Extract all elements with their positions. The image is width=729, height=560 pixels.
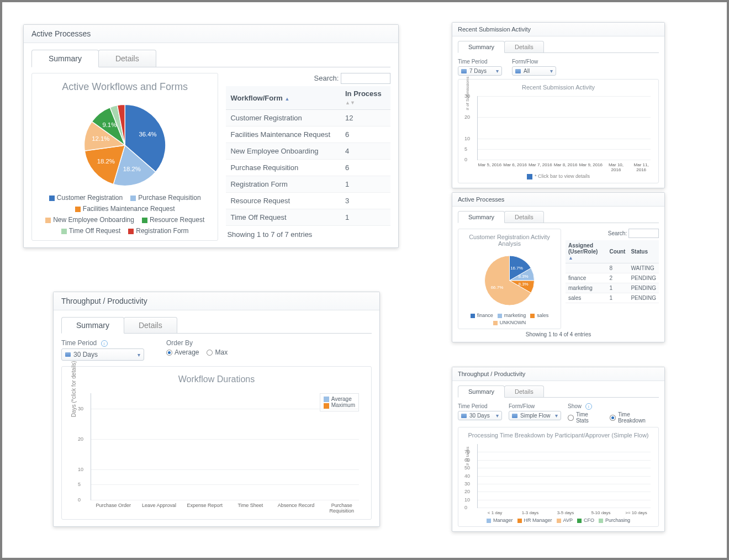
- xticks: Mar 5, 2016Mar 6, 2016Mar 7, 2016Mar 8, …: [463, 162, 654, 172]
- search-input[interactable]: [628, 229, 659, 238]
- bar-chart[interactable]: # of Submissions 05102030: [463, 94, 654, 160]
- stage: Active Processes Summary Details Active …: [0, 0, 729, 560]
- time-period-label: Time Period: [458, 403, 502, 409]
- radio-off-icon: [207, 350, 213, 356]
- table-row[interactable]: Registration Form1: [226, 176, 390, 193]
- entries-info: Showing 1 to 4 of 4 entries: [458, 329, 659, 337]
- footnote-swatch-icon: [527, 174, 532, 179]
- panel-title: Throughput / Productivity: [452, 367, 664, 381]
- col-inprocess[interactable]: In Process ▲▼: [341, 86, 390, 110]
- footnote: * Click bar to view details: [535, 173, 590, 179]
- bar-card: Processing Time Breakdown by Participant…: [458, 427, 659, 527]
- table-row[interactable]: 8WAITING: [566, 263, 659, 273]
- pie-chart[interactable]: 36.4%18.2%18.2%12.1%9.1%: [39, 98, 211, 192]
- pie-legend: Customer RegistrationPurchase Requisitio…: [39, 194, 211, 235]
- table-row[interactable]: marketing1PENDING: [566, 283, 659, 293]
- col-workflow[interactable]: Workflow/Form ▲: [226, 86, 341, 110]
- data-table: Assigned (User/Role) ▲ Count Status 8WAI…: [566, 240, 659, 303]
- sort-asc-icon: ▲: [568, 255, 573, 261]
- orderby-label: Order By: [166, 339, 228, 347]
- xticks: < 1 day1-3 days3-5 days5-10 days>= 10 da…: [463, 510, 654, 515]
- pie-chart[interactable]: 16.7%8.3%8.3%66.7%: [463, 250, 556, 311]
- panel-active-processes-detail: Active Processes Summary Details Custome…: [452, 192, 665, 342]
- svg-text:18.2%: 18.2%: [97, 158, 115, 165]
- search-label: Search:: [608, 230, 627, 236]
- col-count[interactable]: Count: [607, 240, 628, 263]
- tab-details[interactable]: Details: [124, 317, 177, 333]
- svg-text:8.3%: 8.3%: [519, 282, 529, 287]
- pie-card: Customer Registration Activity Analysis …: [458, 229, 561, 329]
- table-row[interactable]: Facilities Maintenance Request6: [226, 126, 390, 143]
- bar-title: Workflow Durations: [68, 374, 364, 384]
- formflow-label: Form/Flow: [509, 403, 561, 409]
- tab-summary[interactable]: Summary: [31, 50, 99, 67]
- tabs: Summary Details: [458, 385, 659, 398]
- radio-on-icon: [166, 350, 172, 356]
- radio-timestats[interactable]: Time Stats: [568, 411, 602, 424]
- tab-summary[interactable]: Summary: [458, 41, 505, 53]
- time-period-select[interactable]: 30 Days: [61, 348, 144, 361]
- table-row[interactable]: Time Off Request1: [226, 209, 390, 226]
- svg-text:66.7%: 66.7%: [491, 285, 504, 290]
- table-card: Search: Workflow/Form ▲ In Process ▲▼ Cu…: [226, 73, 390, 241]
- table-row[interactable]: sales1PENDING: [566, 293, 659, 303]
- pie-card: Active Workflows and Forms 36.4%18.2%18.…: [31, 73, 218, 241]
- search-label: Search:: [314, 74, 339, 82]
- panel-active-processes: Active Processes Summary Details Active …: [23, 24, 399, 248]
- col-status[interactable]: Status: [628, 240, 659, 263]
- time-period-label: Time Period: [458, 59, 502, 65]
- formflow-select[interactable]: All: [512, 66, 556, 76]
- panel-throughput-breakdown: Throughput / Productivity Summary Detail…: [452, 367, 665, 532]
- bar-chart[interactable]: # of tasks 010203040506070: [463, 442, 654, 508]
- tab-details[interactable]: Details: [504, 41, 544, 52]
- bar-legend: ManagerHR ManagerAVPCFOPurchasing: [463, 517, 654, 523]
- bar-chart[interactable]: Days (*click for details) Average Maximu…: [68, 390, 364, 500]
- bar-card: Recent Submission Activity # of Submissi…: [458, 79, 659, 183]
- table-card: Search: Assigned (User/Role) ▲ Count Sta…: [566, 229, 659, 329]
- tab-summary[interactable]: Summary: [458, 211, 505, 223]
- radio-timebreakdown[interactable]: Time Breakdown: [610, 411, 659, 424]
- time-period-select[interactable]: 30 Days: [458, 411, 502, 420]
- panel-title: Active Processes: [24, 25, 398, 43]
- radio-on-icon: [610, 415, 616, 421]
- tab-details[interactable]: Details: [504, 211, 544, 223]
- search-input[interactable]: [341, 73, 390, 84]
- svg-text:18.2%: 18.2%: [123, 166, 141, 172]
- formflow-label: Form/Flow: [512, 59, 556, 65]
- svg-text:36.4%: 36.4%: [139, 131, 156, 138]
- svg-text:8.3%: 8.3%: [519, 274, 529, 279]
- panel-title: Active Processes: [452, 193, 664, 207]
- table-row[interactable]: Purchase Requisition6: [226, 160, 390, 176]
- table-row[interactable]: New Employee Onboarding4: [226, 143, 390, 160]
- radio-max[interactable]: Max: [207, 348, 228, 356]
- svg-text:9.1%: 9.1%: [102, 121, 117, 128]
- pie-title: Active Workflows and Forms: [39, 81, 211, 93]
- radio-average[interactable]: Average: [166, 348, 199, 356]
- tab-details[interactable]: Details: [504, 385, 544, 397]
- ylabel: Days (*click for details): [71, 361, 77, 417]
- bar-title: Recent Submission Activity: [463, 84, 654, 91]
- tab-summary[interactable]: Summary: [61, 317, 124, 334]
- col-assigned[interactable]: Assigned (User/Role) ▲: [566, 240, 607, 263]
- info-icon[interactable]: i: [585, 403, 592, 410]
- bar-title: Processing Time Breakdown by Participant…: [463, 432, 654, 439]
- panel-recent-submissions: Recent Submission Activity Summary Detai…: [452, 22, 665, 188]
- data-table: Workflow/Form ▲ In Process ▲▼ Customer R…: [226, 86, 390, 226]
- formflow-select[interactable]: Simple Flow: [509, 411, 561, 420]
- tabs: Summary Details: [31, 50, 390, 67]
- entries-info: Showing 1 to 7 of 7 entries: [226, 226, 390, 239]
- tab-summary[interactable]: Summary: [458, 385, 505, 398]
- tab-details[interactable]: Details: [98, 50, 156, 67]
- table-row[interactable]: Resource Request3: [226, 193, 390, 209]
- tabs: Summary Details: [458, 41, 659, 53]
- table-row[interactable]: Customer Registration12: [226, 110, 390, 126]
- info-icon[interactable]: i: [101, 340, 108, 347]
- panel-title: Throughput / Productivity: [54, 292, 379, 310]
- pie-legend: financemarketingsalesUNKNOWN: [463, 313, 556, 325]
- table-row[interactable]: finance2PENDING: [566, 273, 659, 283]
- time-period-label: Time Period i: [61, 339, 144, 347]
- panel-title: Recent Submission Activity: [452, 23, 664, 36]
- time-period-select[interactable]: 7 Days: [458, 66, 502, 76]
- bar-card: Workflow Durations Days (*click for deta…: [61, 366, 372, 520]
- panel-throughput: Throughput / Productivity Summary Detail…: [53, 292, 380, 527]
